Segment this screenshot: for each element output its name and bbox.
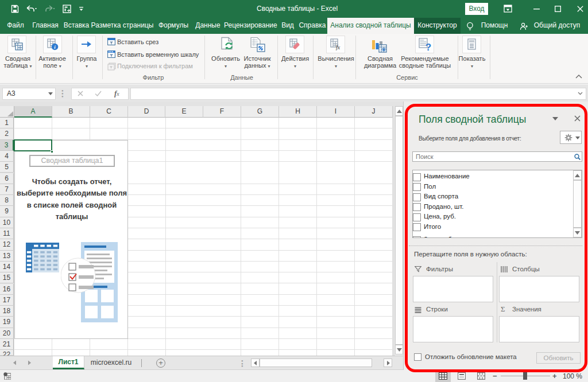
svg-text:fx: fx [336,44,341,50]
svg-text:?: ? [425,42,431,52]
